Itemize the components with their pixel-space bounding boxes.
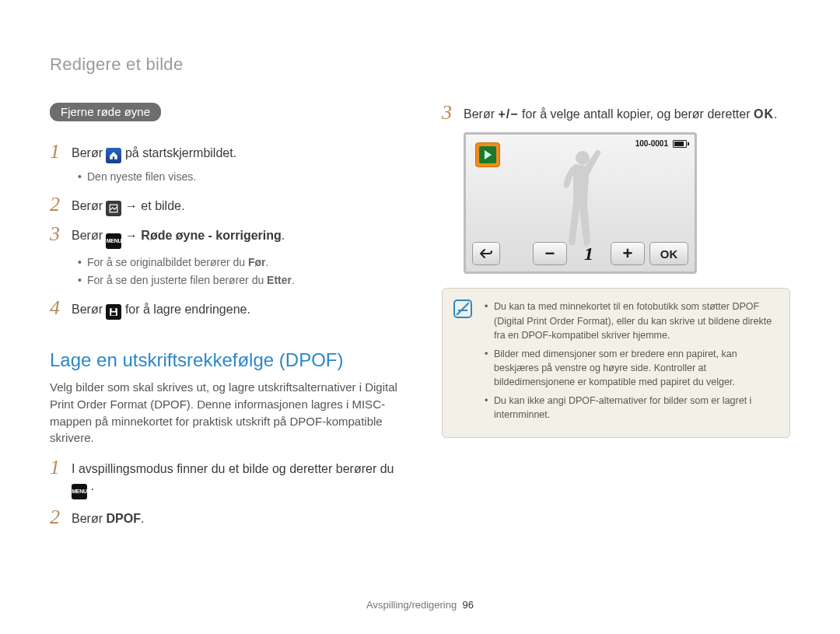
- dpof-step-1: 1 I avspillingsmodus finner du et bilde …: [50, 457, 398, 499]
- plus-minus-icon: +/−: [498, 107, 518, 121]
- bold-text: → Røde øyne - korrigering: [125, 229, 282, 242]
- copy-count: 1: [572, 242, 606, 265]
- bullet: For å se originalbildet berører du Før.: [78, 254, 398, 271]
- step-2: 2 Berør → et bilde.: [50, 194, 398, 216]
- text: Berør: [72, 512, 106, 525]
- step-1-bullets: Den nyeste filen vises.: [78, 168, 398, 185]
- step-text: Berør +/− for å velge antall kopier, og …: [464, 106, 777, 123]
- step-3-bullets: For å se originalbildet berører du Før. …: [78, 254, 398, 289]
- step-number: 1: [50, 457, 64, 478]
- text: .: [90, 479, 93, 492]
- step-3: 3 Berør MENU → Røde øyne - korrigering.: [50, 224, 398, 249]
- playback-mode-icon: [475, 142, 500, 167]
- svg-point-4: [576, 151, 590, 165]
- ok-label-inline: OK: [754, 107, 774, 121]
- two-column-layout: Fjerne røde øyne 1 Berør på startskjermb…: [50, 103, 790, 528]
- step-text: Berør på startskjermbildet.: [72, 145, 236, 163]
- step-number: 3: [50, 224, 64, 244]
- text: Berør: [464, 107, 498, 121]
- svg-rect-3: [111, 313, 116, 316]
- step-text: Berør for å lagre endringene.: [72, 301, 250, 320]
- dpof-step-2: 2 Berør DPOF.: [50, 507, 398, 527]
- step-text: Berør DPOF.: [72, 510, 144, 527]
- page-number: 96: [462, 599, 473, 611]
- svg-rect-2: [112, 308, 116, 311]
- manual-page: Redigere et bilde Fjerne røde øyne 1 Ber…: [0, 0, 840, 634]
- page-title: Redigere et bilde: [50, 54, 790, 75]
- step-text: Berør → et bilde.: [72, 198, 184, 216]
- info-item: Bilder med dimensjoner som er bredere en…: [485, 347, 777, 389]
- text: Berør: [72, 146, 106, 159]
- text: for å velge antall kopier, og berør dere…: [519, 107, 754, 121]
- left-column: Fjerne røde øyne 1 Berør på startskjermb…: [50, 103, 398, 528]
- page-footer: Avspilling/redigering 96: [0, 599, 840, 611]
- camera-screen-mockup: 100-0001 −: [464, 132, 697, 274]
- bullet: For å se den justerte filen berører du E…: [78, 271, 398, 289]
- text: Berør: [72, 199, 106, 212]
- text: .: [774, 107, 777, 121]
- footer-section: Avspilling/redigering: [366, 599, 457, 611]
- text: Berør: [72, 229, 106, 242]
- gallery-icon: [106, 201, 121, 216]
- info-note-box: Du kan ta med minnekortet til en fotobut…: [442, 288, 790, 438]
- text: Berør: [72, 303, 106, 316]
- back-button[interactable]: [472, 242, 500, 265]
- step-number: 3: [442, 103, 456, 123]
- play-icon: [485, 150, 492, 159]
- battery-icon: [673, 140, 687, 148]
- info-item: Du kan ta med minnekortet til en fotobut…: [485, 299, 777, 342]
- info-item: Du kan ikke angi DPOF-alternativer for b…: [485, 394, 777, 422]
- screen-bottom-bar: − 1 + OK: [472, 242, 688, 265]
- save-icon: [106, 304, 121, 320]
- file-counter: 100-0001: [635, 139, 668, 148]
- step-number: 2: [50, 194, 64, 215]
- right-step-3: 3 Berør +/− for å velge antall kopier, o…: [442, 103, 790, 123]
- right-column: 3 Berør +/− for å velge antall kopier, o…: [442, 103, 790, 528]
- subsection-pill: Fjerne røde øyne: [50, 103, 161, 121]
- section-title-dpof: Lage en utskriftsrekkefølge (DPOF): [50, 349, 398, 371]
- text: I avspillingsmodus finner du et bilde og…: [72, 462, 394, 475]
- step-number: 4: [50, 298, 64, 318]
- step-text: Berør MENU → Røde øyne - korrigering.: [72, 227, 285, 249]
- menu-icon: MENU: [106, 233, 121, 249]
- text: for å lagre endringene.: [125, 303, 250, 316]
- menu-icon: MENU: [72, 484, 87, 499]
- bullet: Den nyeste filen vises.: [78, 168, 398, 185]
- step-number: 2: [50, 507, 64, 527]
- plus-button[interactable]: +: [611, 242, 645, 265]
- step-text: I avspillingsmodus finner du et bilde og…: [72, 461, 398, 499]
- dpof-intro: Velg bilder som skal skrives ut, og lagr…: [50, 379, 398, 447]
- step-4: 4 Berør for å lagre endringene.: [50, 298, 398, 320]
- step-number: 1: [50, 142, 64, 162]
- text: på startskjermbildet.: [125, 146, 236, 159]
- text: .: [141, 512, 144, 525]
- step-1: 1 Berør på startskjermbildet.: [50, 142, 398, 163]
- ok-button[interactable]: OK: [649, 242, 688, 265]
- screen-topbar: 100-0001: [635, 139, 687, 148]
- minus-button[interactable]: −: [533, 242, 567, 265]
- bold-text: DPOF: [106, 512, 140, 525]
- person-silhouette: [545, 149, 615, 250]
- text: .: [282, 229, 285, 242]
- home-icon: [106, 148, 121, 163]
- note-icon: [453, 299, 472, 318]
- text: → et bilde.: [125, 199, 184, 212]
